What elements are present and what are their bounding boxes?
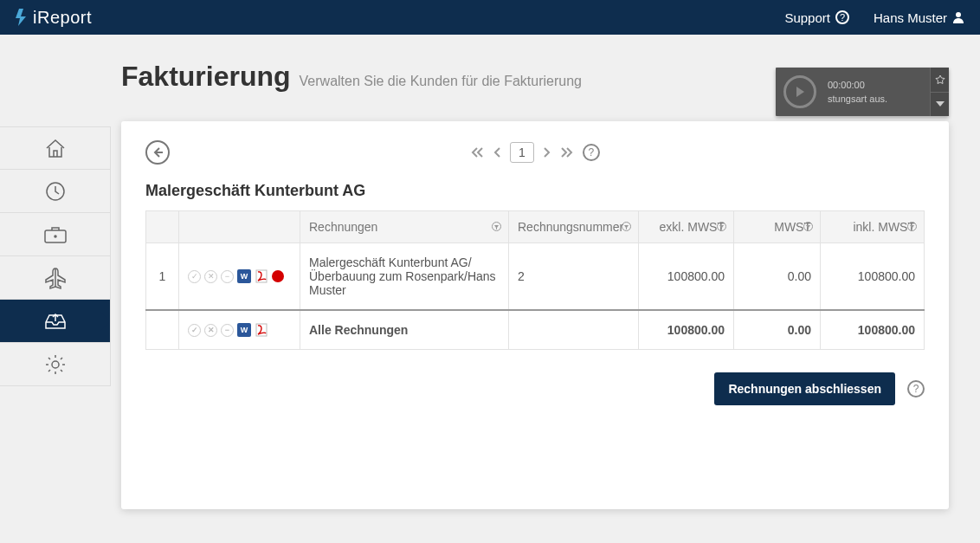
filter-icon[interactable] [803, 220, 813, 234]
support-link[interactable]: Support ? [784, 10, 849, 25]
col-exkl-label: exkl. MWST [660, 220, 725, 234]
col-exkl[interactable]: exkl. MWST [639, 211, 734, 243]
pager-prev[interactable] [493, 146, 501, 158]
pager-help[interactable]: ? [583, 144, 600, 161]
reject-icon[interactable]: ✕ [204, 324, 217, 337]
total-label: Alle Rechnungen [300, 310, 509, 350]
footer-help[interactable]: ? [907, 380, 925, 398]
col-rechnungen[interactable]: Rechnungen [300, 211, 509, 243]
company-name: Malergeschäft Kunterbunt AG [145, 182, 925, 200]
timer-collapse-button[interactable] [930, 92, 949, 117]
sidebar-item-absence[interactable] [0, 256, 110, 300]
pager-row: 1 ? [145, 140, 925, 165]
logo-icon [16, 9, 28, 26]
sidebar [0, 126, 111, 386]
row-mwst: 0.00 [734, 243, 821, 311]
col-nummer-label: Rechnungsnummer [518, 220, 623, 234]
star-icon [935, 74, 945, 85]
row-nummer: 2 [509, 243, 639, 311]
close-invoices-button[interactable]: Rechnungen abschliessen [714, 372, 895, 405]
sidebar-item-home[interactable] [0, 126, 110, 170]
minus-icon[interactable]: − [221, 270, 234, 283]
timer-play-button[interactable] [776, 68, 824, 116]
minus-icon[interactable]: − [221, 324, 234, 337]
user-name: Hans Muster [874, 10, 947, 25]
table-row: 1 ✓ ✕ − W Malergeschäft Kunterbunt AG/Üb… [146, 243, 925, 311]
pager-next[interactable] [543, 146, 551, 158]
page-subtitle: Verwalten Sie die Kunden für die Fakturi… [300, 74, 582, 93]
help-icon: ? [835, 10, 849, 24]
sidebar-item-settings[interactable] [0, 343, 110, 386]
col-nummer[interactable]: Rechnungsnummer [509, 211, 639, 243]
svg-point-0 [956, 12, 961, 17]
clock-icon [44, 180, 67, 203]
logo: iReport [16, 8, 92, 28]
approve-icon[interactable]: ✓ [188, 270, 201, 283]
approve-icon[interactable]: ✓ [188, 324, 201, 337]
invoice-table: Rechnungen Rechnungsnummer exkl. MWST MW… [145, 210, 925, 350]
sidebar-item-expenses[interactable] [0, 213, 110, 256]
sidebar-item-invoicing[interactable] [0, 300, 110, 343]
total-mwst: 0.00 [734, 310, 821, 350]
word-icon[interactable]: W [237, 269, 251, 283]
word-icon[interactable]: W [237, 323, 251, 337]
timer-star-button[interactable] [930, 68, 949, 92]
airplane-icon [43, 266, 68, 290]
svg-point-4 [52, 361, 59, 368]
timer-time: 00:00:00 [828, 80, 930, 90]
main-panel: 1 ? Malergeschäft Kunterbunt AG Rechnung… [121, 121, 949, 509]
pager-last[interactable] [560, 146, 574, 158]
filter-icon[interactable] [717, 220, 726, 234]
gear-icon [44, 353, 67, 376]
row-exkl: 100800.00 [639, 243, 734, 311]
reject-icon[interactable]: ✕ [204, 270, 217, 283]
briefcase-icon [43, 225, 68, 244]
col-index [146, 211, 179, 243]
footer-actions: Rechnungen abschliessen ? [145, 372, 925, 405]
table-total-row: ✓ ✕ − W Alle Rechnungen 100800.00 0.00 1… [146, 310, 925, 350]
support-label: Support [784, 10, 830, 25]
brand-text: iReport [33, 8, 92, 28]
timer-subtitle: stungsart aus. [828, 94, 930, 104]
col-inkl[interactable]: inkl. MWST [821, 211, 925, 243]
user-icon [952, 11, 964, 23]
svg-point-3 [55, 236, 56, 237]
home-icon [44, 137, 67, 159]
status-dot [272, 270, 284, 282]
pager-page[interactable]: 1 [510, 142, 534, 163]
page-title: Fakturierung [121, 61, 291, 93]
filter-icon[interactable] [907, 220, 917, 234]
pager-first[interactable] [470, 146, 484, 158]
total-actions: ✓ ✕ − W [188, 323, 291, 337]
topbar: iReport Support ? Hans Muster [0, 0, 980, 35]
pdf-icon[interactable] [255, 269, 268, 283]
back-button[interactable] [145, 140, 170, 165]
col-inkl-label: inkl. MWST [853, 220, 915, 234]
row-desc: Malergeschäft Kunterbunt AG/Überbauung z… [300, 243, 509, 311]
outbox-icon [43, 312, 68, 331]
filter-icon[interactable] [492, 220, 501, 234]
chevron-down-icon [936, 101, 945, 107]
arrow-left-icon [152, 146, 164, 158]
col-mwst[interactable]: MWST [734, 211, 821, 243]
user-menu[interactable]: Hans Muster [874, 10, 964, 25]
col-actions [179, 211, 300, 243]
total-exkl: 100800.00 [639, 310, 734, 350]
row-inkl: 100800.00 [821, 243, 925, 311]
total-inkl: 100800.00 [821, 310, 925, 350]
pdf-icon[interactable] [255, 323, 268, 337]
sidebar-item-time[interactable] [0, 170, 110, 213]
col-rechnungen-label: Rechnungen [309, 220, 377, 234]
filter-icon[interactable] [622, 220, 631, 234]
timer-widget: 00:00:00 stungsart aus. [776, 68, 949, 116]
row-index: 1 [146, 243, 179, 311]
row-actions: ✓ ✕ − W [188, 269, 291, 283]
